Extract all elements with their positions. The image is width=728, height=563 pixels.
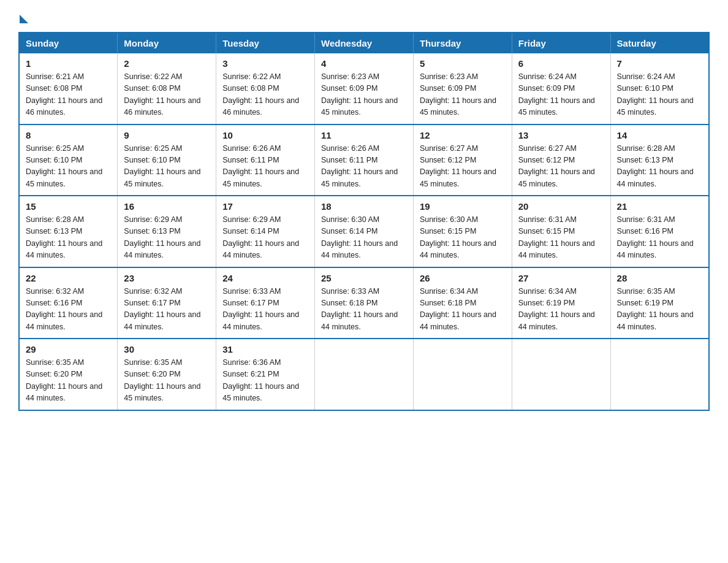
weekday-header-wednesday: Wednesday — [315, 33, 414, 53]
calendar-header-row: SundayMondayTuesdayWednesdayThursdayFrid… — [19, 33, 709, 53]
day-info: Sunrise: 6:24 AMSunset: 6:09 PMDaylight:… — [518, 72, 595, 117]
day-number: 17 — [222, 201, 308, 212]
weekday-header-tuesday: Tuesday — [216, 33, 315, 53]
day-info: Sunrise: 6:30 AMSunset: 6:14 PMDaylight:… — [321, 215, 398, 259]
calendar-cell: 16 Sunrise: 6:29 AMSunset: 6:13 PMDaylig… — [118, 196, 216, 267]
calendar-cell — [315, 339, 414, 410]
weekday-header-saturday: Saturday — [610, 33, 709, 53]
day-info: Sunrise: 6:34 AMSunset: 6:19 PMDaylight:… — [518, 287, 595, 331]
calendar-cell: 10 Sunrise: 6:26 AMSunset: 6:11 PMDaylig… — [216, 124, 315, 196]
day-number: 11 — [321, 130, 407, 140]
weekday-header-thursday: Thursday — [413, 33, 512, 53]
day-info: Sunrise: 6:29 AMSunset: 6:14 PMDaylight:… — [222, 215, 299, 259]
day-info: Sunrise: 6:33 AMSunset: 6:17 PMDaylight:… — [222, 287, 299, 331]
day-info: Sunrise: 6:26 AMSunset: 6:11 PMDaylight:… — [222, 144, 299, 188]
calendar-week-row: 15 Sunrise: 6:28 AMSunset: 6:13 PMDaylig… — [19, 196, 709, 267]
day-number: 24 — [222, 273, 308, 283]
calendar-cell: 7 Sunrise: 6:24 AMSunset: 6:10 PMDayligh… — [610, 53, 709, 124]
day-info: Sunrise: 6:22 AMSunset: 6:08 PMDaylight:… — [124, 72, 200, 117]
day-number: 18 — [321, 201, 407, 212]
calendar-cell — [610, 339, 709, 410]
day-number: 26 — [420, 273, 506, 283]
calendar-cell: 20 Sunrise: 6:31 AMSunset: 6:15 PMDaylig… — [512, 196, 610, 267]
calendar-cell: 28 Sunrise: 6:35 AMSunset: 6:19 PMDaylig… — [610, 267, 709, 339]
day-info: Sunrise: 6:28 AMSunset: 6:13 PMDaylight:… — [617, 144, 694, 188]
calendar-cell: 19 Sunrise: 6:30 AMSunset: 6:15 PMDaylig… — [413, 196, 512, 267]
calendar-cell: 22 Sunrise: 6:32 AMSunset: 6:16 PMDaylig… — [19, 267, 118, 339]
calendar-cell: 6 Sunrise: 6:24 AMSunset: 6:09 PMDayligh… — [512, 53, 610, 124]
day-info: Sunrise: 6:24 AMSunset: 6:10 PMDaylight:… — [617, 72, 694, 117]
calendar-week-row: 8 Sunrise: 6:25 AMSunset: 6:10 PMDayligh… — [19, 124, 709, 196]
day-info: Sunrise: 6:21 AMSunset: 6:08 PMDaylight:… — [26, 72, 102, 117]
day-number: 23 — [124, 273, 210, 283]
day-info: Sunrise: 6:23 AMSunset: 6:09 PMDaylight:… — [321, 72, 398, 117]
day-number: 27 — [518, 273, 604, 283]
day-number: 8 — [26, 130, 111, 140]
calendar-cell: 15 Sunrise: 6:28 AMSunset: 6:13 PMDaylig… — [19, 196, 118, 267]
day-number: 5 — [420, 58, 506, 69]
calendar-week-row: 29 Sunrise: 6:35 AMSunset: 6:20 PMDaylig… — [19, 339, 709, 410]
day-info: Sunrise: 6:22 AMSunset: 6:08 PMDaylight:… — [222, 72, 299, 117]
calendar-cell: 23 Sunrise: 6:32 AMSunset: 6:17 PMDaylig… — [118, 267, 216, 339]
calendar-cell: 12 Sunrise: 6:27 AMSunset: 6:12 PMDaylig… — [413, 124, 512, 196]
calendar-cell: 27 Sunrise: 6:34 AMSunset: 6:19 PMDaylig… — [512, 267, 610, 339]
calendar-cell — [413, 339, 512, 410]
calendar-cell: 30 Sunrise: 6:35 AMSunset: 6:20 PMDaylig… — [118, 339, 216, 410]
day-info: Sunrise: 6:28 AMSunset: 6:13 PMDaylight:… — [26, 215, 102, 259]
calendar-cell — [512, 339, 610, 410]
calendar-cell: 11 Sunrise: 6:26 AMSunset: 6:11 PMDaylig… — [315, 124, 414, 196]
day-number: 15 — [26, 201, 111, 212]
day-number: 3 — [222, 58, 308, 69]
day-number: 29 — [26, 344, 111, 354]
calendar-cell: 25 Sunrise: 6:33 AMSunset: 6:18 PMDaylig… — [315, 267, 414, 339]
day-number: 4 — [321, 58, 407, 69]
calendar-table: SundayMondayTuesdayWednesdayThursdayFrid… — [18, 32, 710, 411]
day-info: Sunrise: 6:27 AMSunset: 6:12 PMDaylight:… — [420, 144, 496, 188]
day-number: 16 — [124, 201, 210, 212]
calendar-cell: 3 Sunrise: 6:22 AMSunset: 6:08 PMDayligh… — [216, 53, 315, 124]
calendar-cell: 21 Sunrise: 6:31 AMSunset: 6:16 PMDaylig… — [610, 196, 709, 267]
day-number: 9 — [124, 130, 210, 140]
calendar-cell: 14 Sunrise: 6:28 AMSunset: 6:13 PMDaylig… — [610, 124, 709, 196]
day-info: Sunrise: 6:26 AMSunset: 6:11 PMDaylight:… — [321, 144, 398, 188]
day-info: Sunrise: 6:25 AMSunset: 6:10 PMDaylight:… — [124, 144, 200, 188]
calendar-week-row: 1 Sunrise: 6:21 AMSunset: 6:08 PMDayligh… — [19, 53, 709, 124]
calendar-cell: 26 Sunrise: 6:34 AMSunset: 6:18 PMDaylig… — [413, 267, 512, 339]
day-info: Sunrise: 6:27 AMSunset: 6:12 PMDaylight:… — [518, 144, 595, 188]
logo-triangle-icon — [20, 15, 28, 23]
day-number: 28 — [617, 273, 702, 283]
day-info: Sunrise: 6:33 AMSunset: 6:18 PMDaylight:… — [321, 287, 398, 331]
day-number: 6 — [518, 58, 604, 69]
day-info: Sunrise: 6:29 AMSunset: 6:13 PMDaylight:… — [124, 215, 200, 259]
day-info: Sunrise: 6:34 AMSunset: 6:18 PMDaylight:… — [420, 287, 496, 331]
day-info: Sunrise: 6:30 AMSunset: 6:15 PMDaylight:… — [420, 215, 496, 259]
day-info: Sunrise: 6:35 AMSunset: 6:20 PMDaylight:… — [26, 358, 102, 402]
logo — [18, 12, 28, 21]
day-info: Sunrise: 6:35 AMSunset: 6:20 PMDaylight:… — [124, 358, 200, 402]
day-number: 22 — [26, 273, 111, 283]
day-number: 10 — [222, 130, 308, 140]
weekday-header-monday: Monday — [118, 33, 216, 53]
day-number: 13 — [518, 130, 604, 140]
day-number: 7 — [617, 58, 702, 69]
day-number: 1 — [26, 58, 111, 69]
calendar-cell: 5 Sunrise: 6:23 AMSunset: 6:09 PMDayligh… — [413, 53, 512, 124]
weekday-header-friday: Friday — [512, 33, 610, 53]
day-info: Sunrise: 6:23 AMSunset: 6:09 PMDaylight:… — [420, 72, 496, 117]
day-info: Sunrise: 6:31 AMSunset: 6:16 PMDaylight:… — [617, 215, 694, 259]
calendar-cell: 13 Sunrise: 6:27 AMSunset: 6:12 PMDaylig… — [512, 124, 610, 196]
calendar-cell: 31 Sunrise: 6:36 AMSunset: 6:21 PMDaylig… — [216, 339, 315, 410]
day-info: Sunrise: 6:32 AMSunset: 6:17 PMDaylight:… — [124, 287, 200, 331]
day-info: Sunrise: 6:36 AMSunset: 6:21 PMDaylight:… — [222, 358, 299, 402]
calendar-cell: 8 Sunrise: 6:25 AMSunset: 6:10 PMDayligh… — [19, 124, 118, 196]
day-number: 30 — [124, 344, 210, 354]
day-number: 31 — [222, 344, 308, 354]
day-number: 21 — [617, 201, 702, 212]
day-number: 20 — [518, 201, 604, 212]
day-number: 2 — [124, 58, 210, 69]
calendar-cell: 4 Sunrise: 6:23 AMSunset: 6:09 PMDayligh… — [315, 53, 414, 124]
day-info: Sunrise: 6:35 AMSunset: 6:19 PMDaylight:… — [617, 287, 694, 331]
calendar-cell: 2 Sunrise: 6:22 AMSunset: 6:08 PMDayligh… — [118, 53, 216, 124]
calendar-cell: 24 Sunrise: 6:33 AMSunset: 6:17 PMDaylig… — [216, 267, 315, 339]
day-number: 19 — [420, 201, 506, 212]
